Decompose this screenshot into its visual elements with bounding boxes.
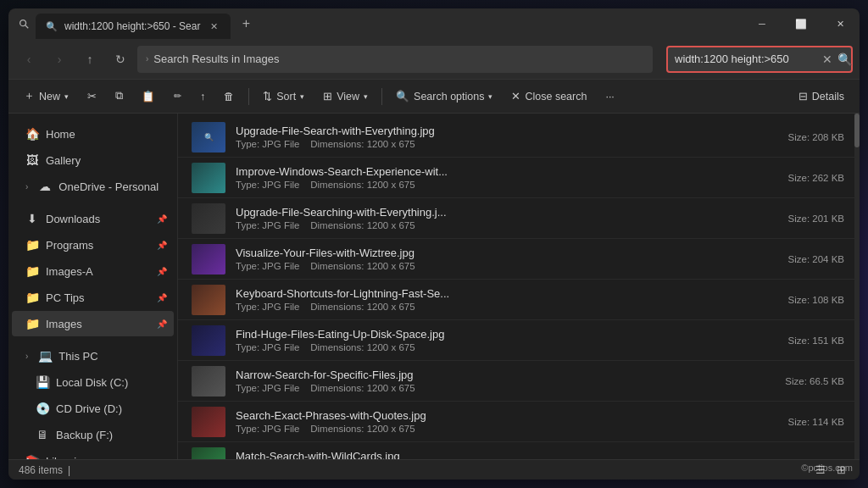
pin-icon: 📌 xyxy=(157,241,167,250)
tab-area: 🔍 width:1200 height:>650 - Sear ✕ + xyxy=(36,8,743,39)
content-area: 🏠 Home 🖼 Gallery › ☁ OneDrive - Personal… xyxy=(8,114,860,459)
table-row[interactable]: Improve-Windows-Search-Experience-wit...… xyxy=(178,158,854,198)
file-meta: Type: JPG File Dimensions: 1200 x 675 xyxy=(236,139,749,149)
sidebar-item-onedrive[interactable]: › ☁ OneDrive - Personal xyxy=(12,174,174,199)
details-button[interactable]: ⊟ Details xyxy=(790,83,853,110)
new-button[interactable]: ＋ New ▾ xyxy=(15,83,77,110)
more-label: ··· xyxy=(605,91,614,103)
cut-button[interactable]: ✂ xyxy=(79,83,105,110)
up-button[interactable]: ↑ xyxy=(76,46,103,73)
sidebar-item-label: This PC xyxy=(58,350,97,363)
cd-drive-icon: 💿 xyxy=(36,402,49,415)
forward-button[interactable]: › xyxy=(46,46,73,73)
status-separator: | xyxy=(68,464,70,476)
maximize-button[interactable]: ⬜ xyxy=(782,8,821,39)
share-button[interactable]: ↑ xyxy=(192,83,214,110)
sidebar-item-local-disk[interactable]: 💾 Local Disk (C:) xyxy=(12,369,174,395)
delete-button[interactable]: 🗑 xyxy=(215,83,243,110)
file-info: Keyboard-Shortcuts-for-Lightning-Fast-Se… xyxy=(236,287,749,312)
watermark: ©pctips.com xyxy=(801,463,853,473)
minimize-button[interactable]: ─ xyxy=(743,8,782,39)
sidebar-item-cd-drive[interactable]: 💿 CD Drive (D:) xyxy=(12,396,174,421)
sidebar-item-thispc[interactable]: › 💻 This PC xyxy=(12,343,174,369)
sort-icon: ⇅ xyxy=(263,90,272,103)
search-box[interactable]: ✕ 🔍 xyxy=(666,46,853,73)
sidebar-item-pctips[interactable]: 📁 PC Tips 📌 xyxy=(12,285,174,310)
sidebar-item-downloads[interactable]: ⬇ Downloads 📌 xyxy=(12,206,174,231)
file-name: Narrow-Search-for-Specific-Files.jpg xyxy=(236,369,749,381)
table-row[interactable]: Visualize-Your-Files-with-Wiztree.jpg Ty… xyxy=(178,239,854,280)
tab-close-button[interactable]: ✕ xyxy=(207,19,220,33)
view-chevron-icon: ▾ xyxy=(364,92,368,101)
sidebar-item-label: Gallery xyxy=(46,154,81,167)
file-thumbnail xyxy=(192,325,225,356)
sidebar-item-images-a[interactable]: 📁 Images-A 📌 xyxy=(12,258,174,284)
sidebar-item-gallery[interactable]: 🖼 Gallery xyxy=(12,147,174,173)
file-info: Improve-Windows-Search-Experience-wit...… xyxy=(236,165,749,190)
scrollbar[interactable] xyxy=(854,114,860,459)
sidebar-item-libraries[interactable]: 📚 Libraries xyxy=(12,448,174,459)
search-options-label: Search options xyxy=(414,91,484,103)
table-row[interactable]: Narrow-Search-for-Specific-Files.jpg Typ… xyxy=(178,361,854,402)
file-name: Keyboard-Shortcuts-for-Lightning-Fast-Se… xyxy=(236,287,749,300)
sidebar-item-label: Programs xyxy=(46,239,93,252)
file-size: Size: 108 KB xyxy=(760,295,844,305)
file-size: Size: 151 KB xyxy=(760,336,844,346)
table-row[interactable]: Search-Exact-Phrases-with-Quotes.jpg Typ… xyxy=(178,402,854,442)
file-size: Size: 114 KB xyxy=(760,417,844,427)
file-name: Improve-Windows-Search-Experience-wit... xyxy=(236,165,749,178)
rename-icon: ✏ xyxy=(174,91,181,102)
refresh-button[interactable]: ↻ xyxy=(107,46,134,73)
tab-search-icon: 🔍 xyxy=(46,21,58,32)
folder-programs-icon: 📁 xyxy=(25,238,39,252)
sidebar-item-images[interactable]: 📁 Images 📌 xyxy=(12,311,174,336)
expand-icon: › xyxy=(25,352,28,361)
toolbar-separator-1 xyxy=(248,88,249,105)
file-size: Size: 208 KB xyxy=(760,132,844,142)
file-info: Search-Exact-Phrases-with-Quotes.jpg Typ… xyxy=(236,409,749,434)
local-disk-icon: 💾 xyxy=(36,375,49,389)
sidebar-item-label: OneDrive - Personal xyxy=(58,180,159,193)
file-name: Find-Huge-Files-Eating-Up-Disk-Space.jpg xyxy=(236,328,749,341)
file-info: Narrow-Search-for-Specific-Files.jpg Typ… xyxy=(236,369,749,393)
sort-button[interactable]: ⇅ Sort ▾ xyxy=(254,83,313,110)
paste-button[interactable]: 📋 xyxy=(133,83,164,110)
search-submit-icon[interactable]: 🔍 xyxy=(837,53,852,66)
file-thumbnail xyxy=(192,366,225,396)
search-clear-button[interactable]: ✕ xyxy=(822,53,832,66)
new-tab-button[interactable]: + xyxy=(234,12,258,36)
file-name: Visualize-Your-Files-with-Wiztree.jpg xyxy=(236,247,749,259)
file-name: Upgrade-File-Searching-with-Everything.j… xyxy=(236,206,749,219)
address-bar: ‹ › ↑ ↻ › Search Results in Images ✕ 🔍 xyxy=(8,39,860,80)
sidebar-item-backup[interactable]: 🖥 Backup (F:) xyxy=(12,422,174,447)
table-row[interactable]: Find-Huge-Files-Eating-Up-Disk-Space.jpg… xyxy=(178,320,854,361)
table-row[interactable]: 🔍 Upgrade-File-Search-with-Everything.jp… xyxy=(178,117,854,158)
file-meta: Type: JPG File Dimensions: 1200 x 675 xyxy=(236,424,749,434)
back-button[interactable]: ‹ xyxy=(15,46,42,73)
close-search-label: Close search xyxy=(525,91,587,103)
search-input[interactable] xyxy=(675,53,817,65)
downloads-icon: ⬇ xyxy=(25,212,39,225)
rename-button[interactable]: ✏ xyxy=(165,83,190,110)
more-button[interactable]: ··· xyxy=(597,83,622,110)
address-input[interactable]: › Search Results in Images xyxy=(137,46,653,73)
toolbar-separator-2 xyxy=(381,88,382,105)
search-options-button[interactable]: 🔍 Search options ▾ xyxy=(387,83,501,110)
file-info: Upgrade-File-Search-with-Everything.jpg … xyxy=(236,125,749,149)
file-info: Match-Search-with-WildCards.jpg Type: JP… xyxy=(236,450,749,459)
close-button[interactable]: ✕ xyxy=(821,8,860,39)
title-bar: 🔍 width:1200 height:>650 - Sear ✕ + ─ ⬜ … xyxy=(8,8,860,39)
view-icon: ⊞ xyxy=(323,90,332,103)
table-row[interactable]: Keyboard-Shortcuts-for-Lightning-Fast-Se… xyxy=(178,280,854,320)
file-meta: Type: JPG File Dimensions: 1200 x 675 xyxy=(236,302,749,312)
sidebar-item-label: Backup (F:) xyxy=(56,429,113,441)
sidebar-item-home[interactable]: 🏠 Home xyxy=(12,121,174,147)
copy-button[interactable]: ⧉ xyxy=(107,83,131,110)
table-row[interactable]: Match-Search-with-WildCards.jpg Type: JP… xyxy=(178,442,854,459)
active-tab[interactable]: 🔍 width:1200 height:>650 - Sear ✕ xyxy=(36,14,231,39)
table-row[interactable]: Upgrade-File-Searching-with-Everything.j… xyxy=(178,198,854,239)
file-size: Size: 66.5 KB xyxy=(760,376,844,386)
sidebar-item-programs[interactable]: 📁 Programs 📌 xyxy=(12,232,174,258)
view-button[interactable]: ⊞ View ▾ xyxy=(314,83,376,110)
close-search-button[interactable]: ✕ Close search xyxy=(503,83,595,110)
